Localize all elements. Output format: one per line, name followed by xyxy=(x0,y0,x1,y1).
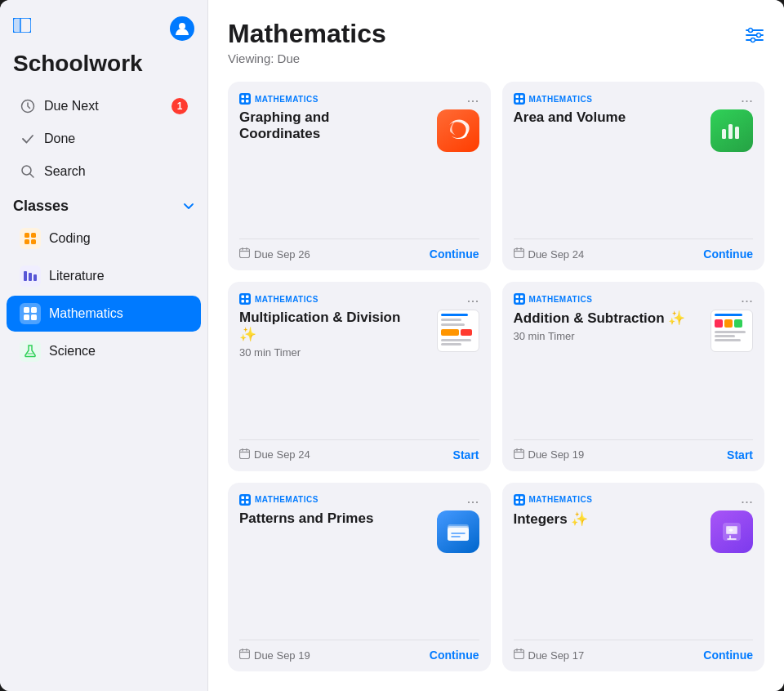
math-category-icon-1 xyxy=(239,93,251,105)
svg-rect-23 xyxy=(242,96,245,99)
due-date-5: Due Sep 19 xyxy=(254,649,310,662)
card-action-5[interactable]: Continue xyxy=(430,649,479,662)
svg-rect-70 xyxy=(520,496,523,499)
coding-label: Coding xyxy=(49,231,91,246)
card-category-text-2: MATHEMATICS xyxy=(529,95,593,104)
nav-done-label: Done xyxy=(44,132,75,146)
svg-rect-11 xyxy=(29,273,32,281)
svg-rect-13 xyxy=(24,307,29,313)
filter-icon[interactable] xyxy=(745,26,764,48)
nav-search-label: Search xyxy=(44,164,86,179)
profile-button[interactable] xyxy=(170,16,194,41)
card-addition: MATHEMATICS ··· Addition & Subtraction ✨… xyxy=(502,282,765,470)
checkmark-icon xyxy=(20,131,36,147)
calendar-icon-2 xyxy=(514,247,524,261)
svg-rect-58 xyxy=(242,496,245,499)
card-more-button-6[interactable]: ··· xyxy=(741,494,753,509)
card-more-button-4[interactable]: ··· xyxy=(741,293,753,308)
svg-rect-65 xyxy=(240,650,250,659)
nav-item-done[interactable]: Done xyxy=(7,123,201,154)
files-app-icon xyxy=(437,510,479,553)
sidebar-item-literature[interactable]: Literature xyxy=(7,258,201,294)
svg-rect-51 xyxy=(520,296,523,299)
card-title-4: Addition & Subtraction ✨ xyxy=(514,310,711,327)
classes-section-header: Classes xyxy=(0,188,207,220)
svg-rect-60 xyxy=(242,501,245,504)
svg-rect-71 xyxy=(515,501,519,504)
sidebar-item-coding[interactable]: Coding xyxy=(7,221,201,256)
calendar-icon-6 xyxy=(514,649,524,662)
card-patterns: MATHEMATICS ··· Patterns and Primes xyxy=(228,483,491,671)
nav-item-search[interactable]: Search xyxy=(7,156,201,187)
card-integers: MATHEMATICS ··· Integers ✨ xyxy=(502,483,765,671)
card-title-6: Integers ✨ xyxy=(514,510,705,528)
svg-rect-32 xyxy=(520,96,523,99)
svg-rect-33 xyxy=(515,100,519,103)
svg-rect-42 xyxy=(242,296,245,299)
mathematics-icon xyxy=(20,303,41,324)
card-subtitle-3: 30 min Timer xyxy=(239,346,437,359)
card-more-button-5[interactable]: ··· xyxy=(466,494,479,509)
due-next-badge: 1 xyxy=(172,98,188,114)
svg-rect-44 xyxy=(242,300,245,303)
card-action-2[interactable]: Continue xyxy=(703,247,753,261)
main-content: Mathematics Viewing: Due xyxy=(208,0,784,691)
svg-rect-69 xyxy=(515,496,519,499)
card-category-5: MATHEMATICS xyxy=(239,494,479,506)
svg-rect-27 xyxy=(240,249,250,258)
clock-icon xyxy=(20,98,36,114)
card-action-3[interactable]: Start xyxy=(453,448,479,461)
calendar-icon-1 xyxy=(239,247,250,261)
sidebar-item-mathematics[interactable]: Mathematics xyxy=(7,296,201,332)
due-date-2: Due Sep 24 xyxy=(528,248,585,261)
card-category-text-1: MATHEMATICS xyxy=(255,95,318,104)
chevron-down-icon[interactable] xyxy=(183,200,194,213)
calendar-icon-4 xyxy=(514,448,524,461)
swift-app-icon xyxy=(437,109,479,152)
card-action-6[interactable]: Continue xyxy=(703,649,753,662)
card-more-button-1[interactable]: ··· xyxy=(466,93,479,108)
due-date-1: Due Sep 26 xyxy=(254,248,310,261)
card-text-3: Multiplication & Division ✨ 30 min Timer xyxy=(239,310,437,359)
card-category-2: MATHEMATICS xyxy=(514,93,754,105)
sidebar-item-science[interactable]: Science xyxy=(7,333,201,369)
nav-due-next-label: Due Next xyxy=(44,99,99,114)
svg-point-3 xyxy=(179,23,185,29)
nav-item-due-next[interactable]: Due Next 1 xyxy=(7,91,201,122)
card-more-button-3[interactable]: ··· xyxy=(466,293,479,308)
due-date-3: Due Sep 24 xyxy=(254,448,310,461)
mathematics-label: Mathematics xyxy=(49,306,123,321)
card-category-6: MATHEMATICS xyxy=(514,494,754,506)
due-date-4: Due Sep 19 xyxy=(528,448,585,461)
svg-rect-53 xyxy=(520,300,523,303)
worksheet-preview-2 xyxy=(710,310,753,352)
math-category-icon-4 xyxy=(514,293,525,305)
card-body-5: Patterns and Primes xyxy=(239,510,479,630)
svg-point-21 xyxy=(757,33,761,38)
math-category-icon-6 xyxy=(514,494,525,506)
svg-rect-25 xyxy=(242,100,245,103)
card-category-text-4: MATHEMATICS xyxy=(529,295,593,304)
card-category-3: MATHEMATICS xyxy=(239,293,479,305)
card-text-1: Graphing and Coordinates xyxy=(239,109,430,145)
card-footer-5: Due Sep 19 Continue xyxy=(239,640,479,671)
svg-rect-54 xyxy=(514,449,523,458)
svg-rect-50 xyxy=(515,296,519,299)
search-icon xyxy=(20,163,36,180)
svg-rect-7 xyxy=(31,233,36,238)
card-text-4: Addition & Subtraction ✨ 30 min Timer xyxy=(514,310,711,342)
card-due-4: Due Sep 19 xyxy=(514,448,585,461)
sidebar-toggle-icon[interactable] xyxy=(13,18,31,37)
card-text-5: Patterns and Primes xyxy=(239,510,430,530)
svg-rect-15 xyxy=(24,314,29,320)
card-action-4[interactable]: Start xyxy=(727,448,753,461)
calendar-icon-3 xyxy=(239,448,250,461)
card-more-button-2[interactable]: ··· xyxy=(741,93,753,108)
svg-rect-16 xyxy=(31,314,37,320)
due-date-6: Due Sep 17 xyxy=(528,649,585,662)
svg-rect-10 xyxy=(24,271,27,281)
card-body-1: Graphing and Coordinates xyxy=(239,109,479,229)
card-text-2: Area and Volume xyxy=(514,109,705,129)
card-due-3: Due Sep 24 xyxy=(239,448,310,461)
card-action-1[interactable]: Continue xyxy=(430,247,479,261)
